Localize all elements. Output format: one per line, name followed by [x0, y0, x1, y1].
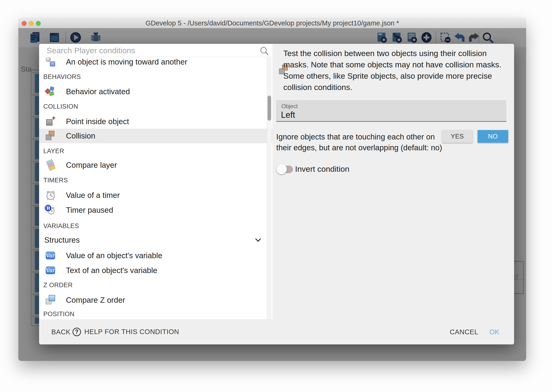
collision-icon [45, 131, 56, 141]
ignore-touching-label: Ignore objects that are touching each ot… [276, 132, 448, 153]
toolbar-separator [478, 32, 479, 43]
list-item-value-of-object-variable[interactable]: Var Value of an object's variable [39, 249, 272, 262]
section-header-z-order: Z ORDER [43, 281, 73, 289]
layers-icon [45, 160, 56, 171]
debug-icon[interactable] [90, 31, 102, 44]
moving-toward-icon [45, 57, 56, 67]
list-item-label: Compare layer [66, 161, 117, 170]
invert-condition-label: Invert condition [295, 164, 350, 174]
condition-description: Test the collision between two objects u… [283, 48, 510, 93]
var-badge-icon: Var [45, 250, 56, 261]
titlebar: GDevelop 5 - /Users/david/Documents/GDev… [18, 18, 526, 28]
list-item-moving-toward[interactable]: An object is moving toward another [39, 57, 272, 69]
ok-button[interactable]: OK [489, 328, 499, 336]
object-field-value: Left [281, 110, 295, 120]
app-window: GDevelop 5 - /Users/david/Documents/GDev… [18, 18, 526, 361]
section-header-timers: TIMERS [43, 176, 68, 184]
list-item-structures[interactable]: Structures [39, 233, 272, 247]
delete-selection-icon[interactable] [439, 31, 452, 44]
conditions-list[interactable]: An object is moving toward another BEHAV… [39, 57, 272, 319]
point-inside-icon [45, 116, 56, 127]
list-item-label: Compare Z order [66, 296, 125, 305]
list-item-label: Behavior activated [66, 87, 130, 96]
list-item-behavior-activated[interactable]: Behavior activated [39, 85, 272, 98]
behavior-icon [45, 86, 56, 97]
undo-icon[interactable] [453, 31, 466, 44]
events-list-icon[interactable] [28, 31, 41, 44]
var-badge-icon: Var [45, 265, 56, 276]
help-button[interactable]: ? HELP FOR THIS CONDITION [73, 328, 179, 336]
desktop: GDevelop 5 - /Users/david/Documents/GDev… [0, 0, 552, 392]
list-item-label: Value of a timer [66, 191, 120, 200]
search-input[interactable] [47, 45, 254, 56]
play-icon[interactable] [69, 31, 82, 44]
list-item-label: Value of an object's variable [66, 251, 162, 260]
list-item-label: Structures [44, 236, 80, 245]
add-event-icon[interactable] [375, 31, 388, 44]
background-partial-text-left: Sta [21, 65, 32, 73]
list-item-label: An object is moving toward another [66, 57, 187, 66]
object-field[interactable]: Object Left [276, 100, 506, 122]
list-item-timer-paused[interactable]: Timer paused [39, 203, 272, 217]
list-item-compare-z-order[interactable]: Compare Z order [39, 294, 272, 307]
chevron-down-icon [254, 236, 262, 244]
object-field-label: Object [281, 103, 298, 110]
list-item-point-inside-object[interactable]: Point inside object [39, 115, 272, 128]
z-order-icon [45, 295, 56, 306]
add-comment-icon[interactable] [406, 31, 418, 44]
list-item-label: Text of an object's variable [66, 266, 157, 275]
search-bar [39, 44, 272, 57]
conditions-panel: An object is moving toward another BEHAV… [39, 44, 272, 319]
list-item-compare-layer[interactable]: Compare layer [39, 159, 272, 172]
add-new-icon[interactable] [420, 31, 433, 44]
condition-detail-panel: Test the collision between two objects u… [272, 44, 514, 319]
help-button-label: HELP FOR THIS CONDITION [84, 328, 179, 336]
section-header-behaviors: BEHAVIORS [43, 73, 81, 81]
section-header-layer: LAYER [43, 147, 64, 155]
list-item-label: Collision [66, 132, 95, 140]
section-header-variables: VARIABLES [43, 222, 79, 230]
cancel-button[interactable]: CANCEL [450, 328, 478, 336]
instruction-editor-dialog: An object is moving toward another BEHAV… [39, 44, 514, 344]
help-icon: ? [73, 328, 81, 336]
list-scrollbar[interactable] [267, 57, 271, 319]
list-item-label: Timer paused [66, 206, 113, 215]
section-header-position: POSITION [43, 310, 74, 318]
search-icon [259, 46, 269, 56]
timer-paused-icon [45, 205, 56, 216]
scene-editor-icon[interactable] [48, 31, 61, 44]
dialog-footer: BACK ? HELP FOR THIS CONDITION CANCEL OK [39, 319, 514, 344]
section-header-collision: COLLISION [43, 103, 78, 110]
window-title: GDevelop 5 - /Users/david/Documents/GDev… [18, 18, 526, 28]
no-button[interactable]: NO [478, 130, 508, 143]
search-toolbar-icon[interactable] [481, 31, 494, 44]
list-item-collision-selected[interactable]: Collision [39, 129, 272, 143]
timer-icon [45, 190, 56, 201]
toolbar-separator [65, 32, 66, 43]
toolbar-separator [436, 32, 436, 43]
toggle-thumb [276, 164, 287, 174]
back-button[interactable]: BACK [51, 328, 70, 336]
list-item-label: Point inside object [66, 117, 129, 126]
list-item-text-of-object-variable[interactable]: Var Text of an object's variable [39, 264, 272, 277]
scrollbar-thumb[interactable] [268, 96, 271, 121]
yes-button[interactable]: YES [442, 130, 473, 143]
invert-condition-toggle[interactable] [276, 164, 293, 174]
add-sub-event-icon[interactable] [390, 31, 403, 44]
list-item-value-of-a-timer[interactable]: Value of a timer [39, 189, 272, 202]
